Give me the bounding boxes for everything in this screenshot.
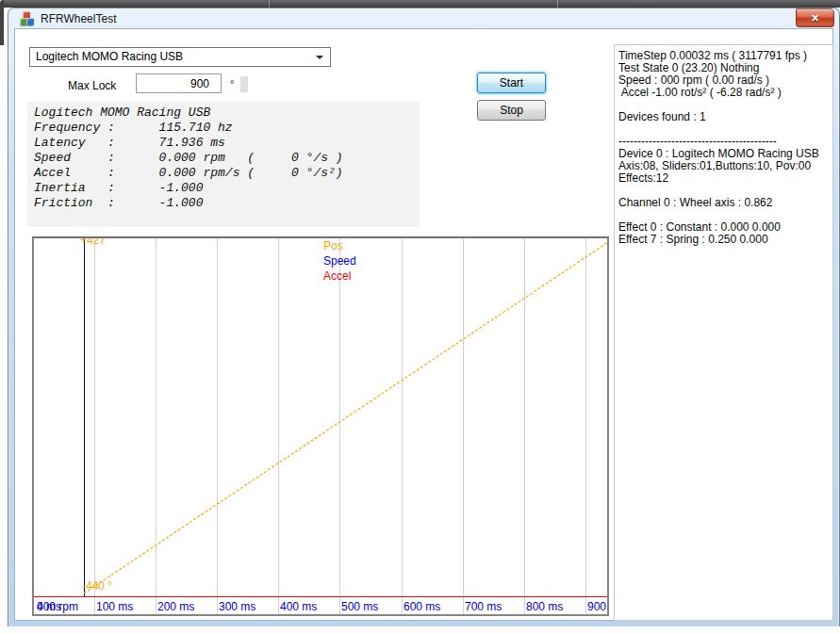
pos-trace [34, 238, 607, 614]
background-window-top-edge [3, 0, 840, 8]
background-window-seam [269, 0, 270, 8]
axis-tick-label: 500 ms [341, 600, 378, 613]
status-panel: TimeStep 0.00032 ms ( 3117791 fps ) Test… [614, 44, 833, 621]
wheel-telemetry-chart: +427 -440 ° Pos Speed Accel 400 rpm 0 ms… [32, 236, 609, 616]
stop-button[interactable]: Stop [477, 100, 546, 121]
max-lock-unit-label: ° [230, 78, 234, 89]
device-select[interactable]: Logitech MOMO Racing USB [29, 47, 331, 67]
axis-tick-label: 100 ms [96, 600, 133, 613]
background-window-left-edge [0, 0, 4, 45]
screen: RFRWheelTest ✕ Logitech MOMO Racing USB … [0, 0, 840, 634]
max-lock-label: Max Lock [68, 79, 116, 92]
start-button[interactable]: Start [477, 73, 546, 93]
max-lock-spinner [240, 76, 248, 92]
axis-tick-label: 400 ms [280, 600, 317, 613]
device-info-readout: Logitech MOMO Racing USB Frequency : 115… [27, 102, 420, 227]
pos-max-annotation: +427 [80, 236, 106, 247]
app-window: RFRWheelTest ✕ Logitech MOMO Racing USB … [8, 8, 840, 626]
title-bar[interactable]: RFRWheelTest ✕ [8, 8, 839, 29]
legend-speed: Speed [323, 253, 356, 268]
axis-tick-label: 300 ms [219, 600, 255, 613]
axis-origin-time-label: 0 ms [37, 600, 61, 613]
axis-tick-label: 800 ms [526, 600, 563, 613]
chart-legend: Pos Speed Accel [323, 238, 356, 284]
axis-tick-label: 200 ms [157, 600, 194, 613]
chevron-down-icon [316, 56, 323, 59]
legend-accel: Accel [323, 268, 356, 284]
axis-tick-label: 900 [587, 600, 606, 613]
pos-min-annotation: -440 ° [82, 579, 112, 593]
axis-tick-label: 600 ms [404, 600, 440, 613]
close-button[interactable]: ✕ [796, 8, 834, 27]
device-select-value: Logitech MOMO Racing USB [36, 50, 183, 63]
client-area: Logitech MOMO Racing USB Max Lock ° Star… [15, 29, 832, 620]
axis-tick-label: 700 ms [465, 600, 502, 613]
app-icon [20, 11, 35, 26]
legend-pos: Pos [323, 238, 356, 253]
max-lock-input[interactable] [136, 73, 222, 93]
background-window-seam [557, 0, 558, 8]
window-title: RFRWheelTest [41, 12, 116, 25]
app-icon-cube-blue [26, 18, 34, 25]
